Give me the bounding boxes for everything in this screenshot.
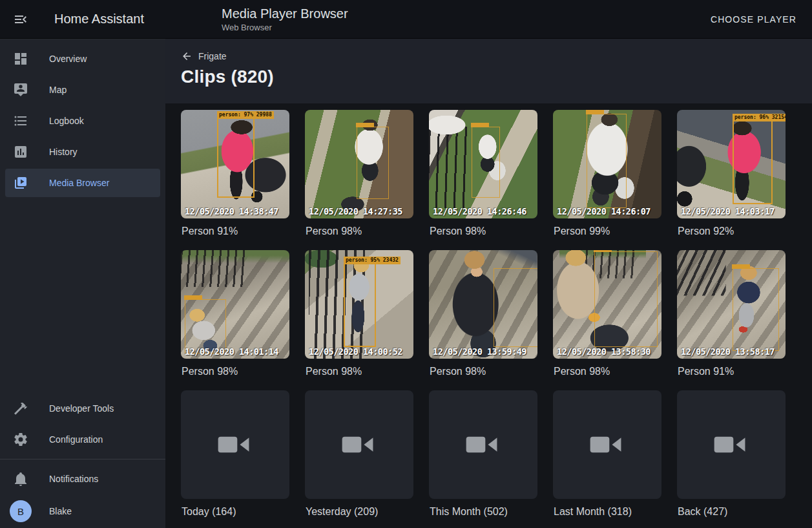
choose-player-button[interactable]: CHOOSE PLAYER [705,9,802,30]
detection-box: person: 96% 32154 [733,120,773,204]
hammer-icon [13,401,28,416]
detection-box [472,127,500,198]
clip-timestamp: 12/05/2020 14:38:47 [185,206,278,216]
clip-timestamp: 12/05/2020 14:03:17 [681,206,775,216]
sidebar-item-overview[interactable]: Overview [0,43,165,74]
sidebar-item-configuration[interactable]: Configuration [0,424,165,455]
clip-label: Person 98% [553,366,661,377]
clip-thumbnail: 12/05/2020 14:26:46 [429,110,537,218]
detection-box [357,127,389,199]
history-chart-icon [13,144,28,160]
sidebar-item-map[interactable]: Map [0,74,165,105]
detection-chip [356,123,374,127]
sidebar-item-label: History [49,147,78,157]
home-assistant-app: Home Assistant Media Player Browser Web … [0,0,812,528]
clip-card[interactable]: person: 97% 29988 12/05/2020 14:38:47 Pe… [181,110,289,237]
detection-box [185,299,226,354]
clip-label: Person 92% [677,226,786,237]
clip-card[interactable]: person: 95% 23432 12/05/2020 14:00:52 Pe… [305,250,413,377]
clip-timestamp: 12/05/2020 14:27:35 [309,206,402,216]
sidebar-item-label: Map [49,85,67,95]
detection-chip: person: 97% 29988 [217,111,274,119]
sidebar-item-label: Configuration [49,434,103,445]
detection-chip [184,295,202,300]
detection-box [594,251,658,347]
folder-thumbnail [553,390,661,499]
panel-title: Media Player Browser [222,6,348,21]
clip-card[interactable]: 12/05/2020 13:58:17 Person 91% [677,250,786,377]
folder-card-back[interactable]: Back (427) [677,390,786,518]
topbar-left: Home Assistant [0,12,165,27]
folder-card-last-month[interactable]: Last Month (318) [553,390,661,518]
media-browser-panel: Frigate Clips (820) person: 97% 29988 12… [165,39,812,528]
folder-card-yesterday[interactable]: Yesterday (209) [305,390,413,518]
clip-thumbnail: person: 96% 32154 12/05/2020 14:03:17 [677,110,786,218]
sidebar-item-developer-tools[interactable]: Developer Tools [0,393,165,424]
clip-card[interactable]: 12/05/2020 14:27:35 Person 98% [305,110,413,237]
clip-card[interactable]: 12/05/2020 13:58:30 Person 98% [553,250,661,377]
detection-box [587,114,627,208]
sidebar-item-logbook[interactable]: Logbook [0,105,165,136]
app-title: Home Assistant [54,12,144,26]
video-camera-icon [465,432,501,458]
detection-box: person: 97% 29988 [217,118,255,198]
clip-label: Person 91% [181,226,289,237]
clip-timestamp: 12/05/2020 14:01:14 [185,346,278,357]
clip-timestamp: 12/05/2020 14:00:52 [309,346,402,357]
clip-card[interactable]: person: 96% 32154 12/05/2020 14:03:17 Pe… [677,110,786,237]
detection-chip [471,123,489,127]
detection-chip: person: 95% 23432 [344,257,401,264]
media-browser-icon [13,175,28,191]
sidebar: Overview Map Logbook History [0,39,165,528]
video-camera-icon [713,432,749,458]
sidebar-item-notifications[interactable]: Notifications [0,463,165,494]
avatar: B [10,500,32,522]
page-title: Clips (820) [181,67,796,87]
clip-label: Person 98% [429,366,537,377]
map-person-icon [13,82,28,98]
clip-label: Person 98% [305,366,413,377]
bell-icon [13,471,28,487]
video-camera-icon [217,432,253,458]
video-camera-icon [341,432,377,458]
sidebar-item-history[interactable]: History [0,136,165,167]
clip-timestamp: 12/05/2020 14:26:07 [557,206,651,216]
sidebar-item-media-browser[interactable]: Media Browser [5,169,160,197]
gear-icon [13,432,28,447]
folder-label: This Month (502) [429,506,537,518]
panel-subtitle: Web Browser [222,23,348,33]
content-header: Frigate Clips (820) [165,39,812,103]
folder-label: Yesterday (209) [305,506,413,518]
clip-card[interactable]: 12/05/2020 13:59:49 Person 98% [429,250,537,377]
folder-card-this-month[interactable]: This Month (502) [429,390,537,518]
clip-thumbnail: 12/05/2020 14:01:14 [181,250,289,359]
breadcrumb-label: Frigate [198,51,227,61]
sidebar-item-label: Media Browser [49,178,109,188]
sidebar-item-label: Logbook [49,116,84,126]
clip-label: Person 98% [181,366,289,377]
clip-timestamp: 12/05/2020 14:26:46 [433,206,526,216]
folder-thumbnail [677,390,786,499]
breadcrumb[interactable]: Frigate [181,50,227,62]
clip-thumbnail: 12/05/2020 13:58:17 [677,250,786,359]
clip-label: Person 91% [677,366,786,377]
folder-card-today[interactable]: Today (164) [181,390,289,518]
menu-open-icon[interactable] [13,12,28,27]
clip-card[interactable]: 12/05/2020 14:26:07 Person 99% [553,110,661,237]
clip-label: Person 99% [553,226,661,237]
sidebar-item-user[interactable]: B Blake [0,494,165,528]
sidebar-item-label: Developer Tools [49,403,114,414]
folder-thumbnail [429,390,537,499]
folder-label: Last Month (318) [553,506,661,518]
logbook-list-icon [13,113,28,129]
video-camera-icon [589,432,625,458]
clip-card[interactable]: 12/05/2020 14:01:14 Person 98% [181,250,289,377]
view-dashboard-icon [13,51,28,67]
folder-label: Back (427) [677,506,786,518]
clip-card[interactable]: 12/05/2020 14:26:46 Person 98% [429,110,537,237]
detection-box [494,268,537,347]
clip-thumbnail: 12/05/2020 13:59:49 [429,250,537,359]
detection-chip [586,110,604,114]
sidebar-item-label: Notifications [49,474,98,484]
clip-label: Person 98% [305,226,413,237]
